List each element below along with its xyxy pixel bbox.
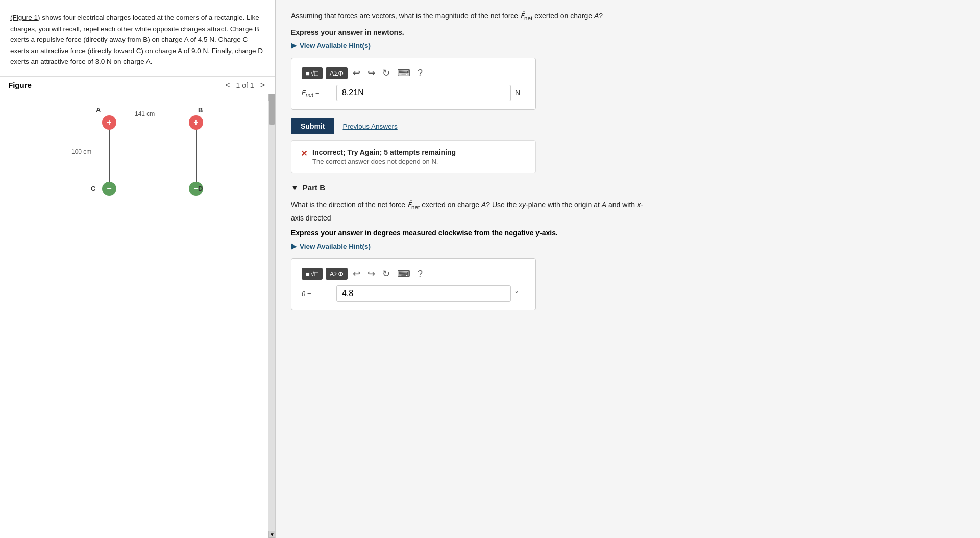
help-button-b[interactable]: ? — [415, 267, 425, 280]
figure-area: Figure < 1 of 1 > — [0, 76, 275, 538]
answer-label-a: Fnet = — [302, 89, 332, 98]
error-content: Incorrect; Try Again; 5 attempts remaini… — [312, 148, 456, 165]
figure-next-button[interactable]: > — [258, 81, 267, 90]
keyboard-button-a[interactable]: ⌨ — [395, 66, 412, 80]
express-newtons-text: Express your answer in newtons. — [291, 28, 965, 36]
figure-label: Figure — [8, 81, 32, 89]
sqrt-icon-b: √□ — [311, 270, 318, 278]
refresh-button-b[interactable]: ↻ — [380, 267, 392, 280]
charge-a-label: A — [96, 106, 101, 114]
answer-box-b: ■ √□ ΑΣΦ ↩ ↪ ↻ ⌨ ? θ = — [291, 258, 536, 310]
figure-page-indicator: 1 of 1 — [236, 81, 254, 89]
sqrt-icon: √□ — [311, 69, 318, 77]
hint-label-a: View Available Hint(s) — [300, 42, 371, 50]
charge-a-dot: + — [102, 115, 116, 130]
redo-button-a[interactable]: ↪ — [365, 66, 377, 80]
math-square-icon-b: ■ — [306, 270, 310, 278]
part-b-label: Part B — [303, 183, 325, 192]
help-icon-b: ? — [418, 268, 423, 279]
error-icon: ✕ — [301, 149, 307, 158]
figure-prev-button[interactable]: < — [223, 81, 232, 90]
hint-arrow-a: ▶ — [291, 41, 297, 50]
symbol-label-a: ΑΣΦ — [330, 69, 344, 77]
keyboard-icon-a: ⌨ — [397, 68, 410, 78]
refresh-icon-b: ↻ — [382, 268, 390, 279]
part-b-header[interactable]: ▼ Part B — [291, 183, 965, 192]
hint-label-b: View Available Hint(s) — [300, 242, 371, 250]
charge-line-cd — [109, 189, 196, 189]
charge-b-label: B — [198, 106, 203, 114]
scroll-area: ▲ ▼ — [268, 94, 275, 538]
part-b-question: What is the direction of the net force F… — [291, 199, 648, 224]
submit-row-a: Submit Previous Answers — [291, 118, 965, 134]
part-b-collapse-icon: ▼ — [291, 183, 299, 192]
error-detail: The correct answer does not depend on N. — [312, 158, 456, 165]
undo-button-b[interactable]: ↩ — [351, 267, 362, 280]
answer-row-b: θ = ° — [302, 285, 525, 302]
charge-line-bd — [196, 123, 197, 189]
refresh-icon-a: ↻ — [382, 68, 390, 78]
answer-input-b[interactable] — [336, 285, 511, 302]
answer-row-a: Fnet = N — [302, 85, 525, 101]
toolbar-b: ■ √□ ΑΣΦ ↩ ↪ ↻ ⌨ ? — [302, 267, 525, 280]
error-title: Incorrect; Try Again; 5 attempts remaini… — [312, 148, 456, 156]
answer-unit-b: ° — [515, 289, 525, 298]
undo-button-a[interactable]: ↩ — [351, 66, 362, 80]
right-panel: Assuming that forces are vectors, what i… — [276, 0, 980, 538]
undo-icon-a: ↩ — [353, 68, 360, 78]
symbol-button-a[interactable]: ΑΣΦ — [326, 67, 348, 79]
left-panel: (Figure 1) shows four electrical charges… — [0, 0, 276, 538]
answer-unit-a: N — [515, 89, 525, 97]
problem-description: shows four electrical charges located at… — [10, 14, 263, 65]
figure-header: Figure < 1 of 1 > — [0, 76, 275, 94]
charge-c-dot: − — [102, 182, 116, 196]
refresh-button-a[interactable]: ↻ — [380, 66, 392, 80]
undo-icon-b: ↩ — [353, 268, 360, 279]
help-button-a[interactable]: ? — [415, 67, 425, 80]
answer-label-b: θ = — [302, 290, 332, 298]
hint-arrow-b: ▶ — [291, 242, 297, 250]
keyboard-icon-b: ⌨ — [397, 268, 410, 279]
keyboard-button-b[interactable]: ⌨ — [395, 267, 412, 280]
error-box-a: ✕ Incorrect; Try Again; 5 attempts remai… — [291, 140, 536, 173]
part-a-question: Assuming that forces are vectors, what i… — [291, 10, 965, 23]
figure-canvas: + A + B − C − D 141 cm — [8, 94, 268, 257]
help-icon-a: ? — [418, 68, 423, 78]
scroll-thumb[interactable] — [269, 94, 275, 125]
math-square-icon: ■ — [306, 69, 310, 77]
answer-input-a[interactable] — [336, 85, 511, 101]
charge-c-label: C — [91, 185, 95, 192]
charge-d-label: D — [198, 185, 203, 192]
math-button-b[interactable]: ■ √□ — [302, 268, 323, 280]
charge-b-dot: + — [189, 115, 203, 130]
symbol-button-b[interactable]: ΑΣΦ — [326, 268, 348, 280]
redo-button-b[interactable]: ↪ — [365, 267, 377, 280]
dim-label-horizontal: 141 cm — [135, 110, 155, 117]
redo-icon-b: ↪ — [368, 268, 375, 279]
figure-navigation: < 1 of 1 > — [223, 81, 267, 90]
submit-button-a[interactable]: Submit — [291, 118, 334, 134]
express-degrees-text: Express your answer in degrees measured … — [291, 229, 965, 237]
figure-link[interactable]: (Figure 1) — [10, 14, 40, 21]
view-hints-link-a[interactable]: ▶ View Available Hint(s) — [291, 41, 965, 50]
charge-line-ab — [109, 123, 196, 123]
answer-box-a: ■ √□ ΑΣΦ ↩ ↪ ↻ ⌨ ? Fnet = — [291, 58, 536, 110]
charge-line-ac — [109, 123, 110, 189]
dim-label-vertical: 100 cm — [71, 148, 91, 155]
view-hints-link-b[interactable]: ▶ View Available Hint(s) — [291, 242, 965, 250]
toolbar-a: ■ √□ ΑΣΦ ↩ ↪ ↻ ⌨ ? — [302, 66, 525, 80]
math-button-a[interactable]: ■ √□ — [302, 67, 323, 79]
redo-icon-a: ↪ — [368, 68, 375, 78]
error-row: ✕ Incorrect; Try Again; 5 attempts remai… — [301, 148, 526, 165]
problem-text: (Figure 1) shows four electrical charges… — [0, 0, 275, 76]
previous-answers-link-a[interactable]: Previous Answers — [342, 123, 397, 130]
symbol-label-b: ΑΣΦ — [330, 270, 344, 278]
scroll-down-arrow[interactable]: ▼ — [268, 531, 275, 538]
